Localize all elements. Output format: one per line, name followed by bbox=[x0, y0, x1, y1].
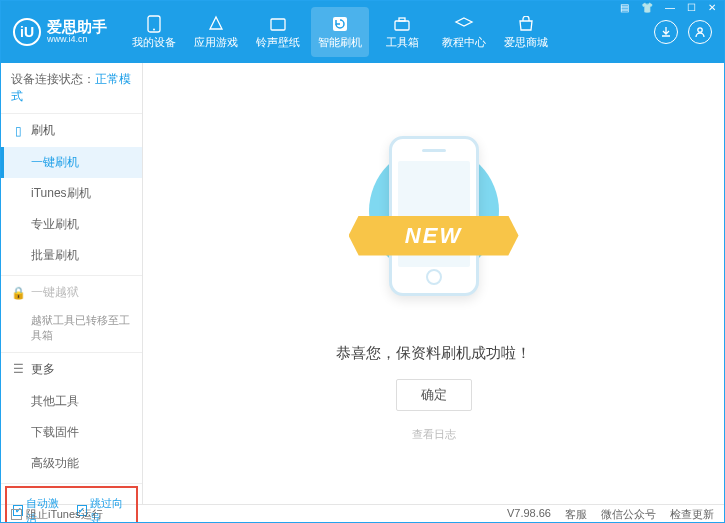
logo-icon: iU bbox=[13, 18, 41, 46]
app-subtitle: www.i4.cn bbox=[47, 35, 107, 45]
svg-rect-5 bbox=[399, 18, 405, 21]
sidebar-flash-head[interactable]: ▯ 刷机 bbox=[1, 114, 142, 147]
sidebar-item-download[interactable]: 下载固件 bbox=[1, 417, 142, 448]
header: iU 爱思助手 www.i4.cn 我的设备 应用游戏 铃声壁纸 智能刷机 工具… bbox=[1, 1, 724, 63]
sidebar-item-itunes[interactable]: iTunes刷机 bbox=[1, 178, 142, 209]
block-itunes-label: 阻止iTunes运行 bbox=[26, 507, 103, 522]
view-log-link[interactable]: 查看日志 bbox=[412, 427, 456, 442]
sidebar-item-batch[interactable]: 批量刷机 bbox=[1, 240, 142, 271]
refresh-icon bbox=[330, 15, 350, 33]
minimize-icon[interactable]: — bbox=[662, 2, 678, 13]
main-nav: 我的设备 应用游戏 铃声壁纸 智能刷机 工具箱 教程中心 爱思商城 bbox=[125, 7, 654, 57]
connection-status: 设备连接状态：正常模式 bbox=[1, 63, 142, 114]
sidebar-item-advanced[interactable]: 高级功能 bbox=[1, 448, 142, 479]
nav-store[interactable]: 爱思商城 bbox=[497, 7, 555, 57]
sidebar-item-oneclick[interactable]: 一键刷机 bbox=[1, 147, 142, 178]
sidebar: 设备连接状态：正常模式 ▯ 刷机 一键刷机 iTunes刷机 专业刷机 批量刷机… bbox=[1, 63, 143, 504]
maximize-icon[interactable]: ☐ bbox=[684, 2, 699, 13]
footer: 阻止iTunes运行 V7.98.66 客服 微信公众号 检查更新 bbox=[1, 504, 724, 523]
menu-lines-icon: ☰ bbox=[11, 362, 25, 376]
success-illustration: NEW bbox=[354, 126, 514, 326]
graduation-icon bbox=[454, 15, 474, 33]
jailbreak-note: 越狱工具已转移至工具箱 bbox=[31, 313, 132, 344]
nav-tutorial[interactable]: 教程中心 bbox=[435, 7, 493, 57]
version-label: V7.98.66 bbox=[507, 507, 551, 522]
service-link[interactable]: 客服 bbox=[565, 507, 587, 522]
sidebar-jailbreak-head[interactable]: 🔒 一键越狱 bbox=[1, 276, 142, 309]
download-button[interactable] bbox=[654, 20, 678, 44]
nav-ringtones[interactable]: 铃声壁纸 bbox=[249, 7, 307, 57]
svg-point-1 bbox=[153, 28, 155, 30]
close-icon[interactable]: ✕ bbox=[705, 2, 719, 13]
svg-rect-2 bbox=[271, 19, 285, 30]
wechat-link[interactable]: 微信公众号 bbox=[601, 507, 656, 522]
menu-icon[interactable]: ▤ bbox=[617, 2, 632, 13]
nav-apps[interactable]: 应用游戏 bbox=[187, 7, 245, 57]
ok-button[interactable]: 确定 bbox=[396, 379, 472, 411]
svg-point-6 bbox=[698, 28, 702, 32]
apps-icon bbox=[206, 15, 226, 33]
svg-rect-4 bbox=[395, 21, 409, 30]
store-icon bbox=[516, 15, 536, 33]
nav-flash[interactable]: 智能刷机 bbox=[311, 7, 369, 57]
success-message: 恭喜您，保资料刷机成功啦！ bbox=[336, 344, 531, 363]
checkbox-block-itunes[interactable] bbox=[11, 509, 22, 520]
phone-outline-icon: ▯ bbox=[11, 124, 25, 138]
app-title: 爱思助手 bbox=[47, 19, 107, 36]
main-content: NEW 恭喜您，保资料刷机成功啦！ 确定 查看日志 bbox=[143, 63, 724, 504]
logo[interactable]: iU 爱思助手 www.i4.cn bbox=[13, 18, 107, 46]
new-ribbon: NEW bbox=[349, 216, 519, 256]
user-button[interactable] bbox=[688, 20, 712, 44]
nav-my-device[interactable]: 我的设备 bbox=[125, 7, 183, 57]
sidebar-item-other[interactable]: 其他工具 bbox=[1, 386, 142, 417]
sidebar-item-pro[interactable]: 专业刷机 bbox=[1, 209, 142, 240]
nav-toolbox[interactable]: 工具箱 bbox=[373, 7, 431, 57]
phone-icon bbox=[144, 15, 164, 33]
folder-icon bbox=[268, 15, 288, 33]
lock-icon: 🔒 bbox=[11, 286, 25, 300]
toolbox-icon bbox=[392, 15, 412, 33]
skin-icon[interactable]: 👕 bbox=[638, 2, 656, 13]
sidebar-more-head[interactable]: ☰ 更多 bbox=[1, 353, 142, 386]
update-link[interactable]: 检查更新 bbox=[670, 507, 714, 522]
